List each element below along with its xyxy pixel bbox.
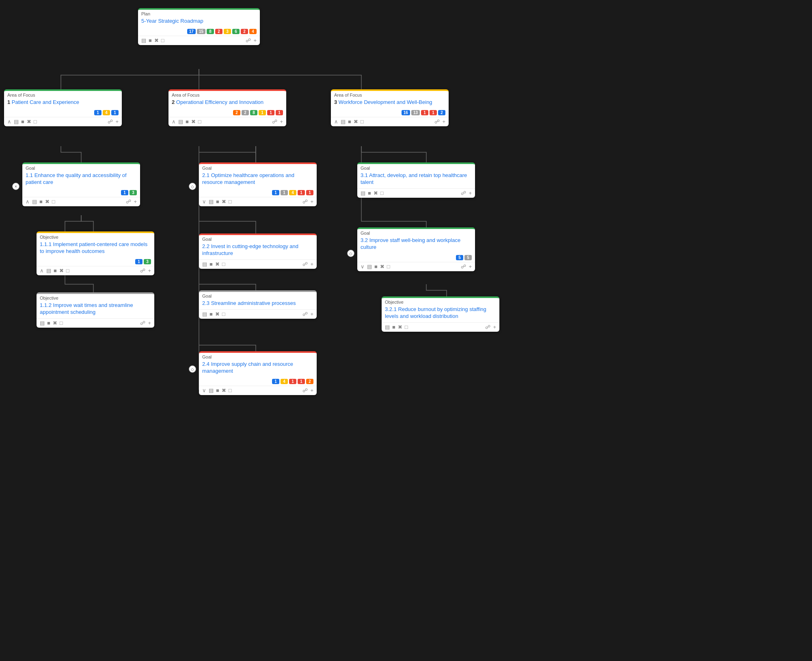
chat-icon[interactable]: □ <box>34 119 37 125</box>
collapse-icon[interactable]: ∧ <box>172 119 176 125</box>
chart-icon[interactable]: ▤ <box>141 37 146 43</box>
people-icon[interactable]: ✖ <box>59 268 64 274</box>
goal11-type-label: Goal <box>22 164 140 171</box>
chart-icon[interactable]: ▤ <box>178 119 183 125</box>
chat-icon[interactable]: □ <box>380 190 384 196</box>
chart-icon[interactable]: ▤ <box>46 268 51 274</box>
link-icon[interactable]: ☍ <box>302 261 308 267</box>
chart-icon[interactable]: ▤ <box>367 264 372 270</box>
collapse-icon[interactable]: ∨ <box>202 387 206 393</box>
calendar-icon[interactable]: ■ <box>54 268 57 274</box>
people-icon[interactable]: ✖ <box>222 387 226 393</box>
people-icon[interactable]: ✖ <box>215 261 220 267</box>
calendar-icon[interactable]: ■ <box>216 387 219 393</box>
collapse-icon[interactable]: ∧ <box>40 268 44 274</box>
chat-icon[interactable]: □ <box>66 268 69 274</box>
chat-icon[interactable]: □ <box>222 261 225 267</box>
chart-icon[interactable]: ▤ <box>40 320 45 326</box>
goal32-badges: 5 5 <box>357 253 475 262</box>
people-icon[interactable]: ✖ <box>215 311 220 317</box>
add-button[interactable]: + <box>442 119 445 125</box>
link-icon[interactable]: ☍ <box>302 387 308 393</box>
add-button[interactable]: + <box>134 199 137 205</box>
obj111-node: Objective 1.1.1 Implement patient-center… <box>37 231 154 275</box>
collapse-icon[interactable]: ∧ <box>334 119 338 125</box>
chart-icon[interactable]: ▤ <box>341 119 346 125</box>
add-button[interactable]: + <box>310 261 313 267</box>
chart-icon[interactable]: ▤ <box>385 324 390 330</box>
calendar-icon[interactable]: ■ <box>39 199 43 205</box>
link-icon[interactable]: ☍ <box>485 324 490 330</box>
link-icon[interactable]: ☍ <box>140 268 145 274</box>
people-icon[interactable]: ✖ <box>154 37 159 43</box>
collapse-goal21[interactable]: ◇ <box>189 183 196 190</box>
chat-icon[interactable]: □ <box>222 311 225 317</box>
link-icon[interactable]: ☍ <box>246 37 251 43</box>
chat-icon[interactable]: □ <box>229 387 232 393</box>
people-icon[interactable]: ✖ <box>27 119 31 125</box>
calendar-icon[interactable]: ■ <box>209 261 213 267</box>
collapse-goal11[interactable]: × <box>12 183 19 190</box>
people-icon[interactable]: ✖ <box>398 324 402 330</box>
people-icon[interactable]: ✖ <box>222 199 226 205</box>
people-icon[interactable]: ✖ <box>374 190 378 196</box>
add-button[interactable]: + <box>310 387 313 393</box>
link-icon[interactable]: ☍ <box>126 199 131 205</box>
link-icon[interactable]: ☍ <box>302 311 308 317</box>
chat-icon[interactable]: □ <box>52 199 55 205</box>
chart-icon[interactable]: ▤ <box>14 119 19 125</box>
chat-icon[interactable]: □ <box>60 320 63 326</box>
calendar-icon[interactable]: ■ <box>392 324 395 330</box>
people-icon[interactable]: ✖ <box>53 320 57 326</box>
collapse-area3[interactable]: ◇ <box>347 250 354 257</box>
chart-icon[interactable]: ▤ <box>202 311 207 317</box>
link-icon[interactable]: ☍ <box>461 190 466 196</box>
chart-icon[interactable]: ▤ <box>209 387 214 393</box>
link-icon[interactable]: ☍ <box>461 264 466 270</box>
add-button[interactable]: + <box>115 119 119 125</box>
calendar-icon[interactable]: ■ <box>216 199 219 205</box>
link-icon[interactable]: ☍ <box>434 119 440 125</box>
collapse-goal24[interactable]: ◇ <box>189 365 196 373</box>
collapse-icon[interactable]: ∨ <box>202 199 206 205</box>
goal31-title: 3.1 Attract, develop, and retain top hea… <box>357 171 475 188</box>
calendar-icon[interactable]: ■ <box>186 119 189 125</box>
chat-icon[interactable]: □ <box>405 324 408 330</box>
collapse-icon[interactable]: ∨ <box>361 264 365 270</box>
calendar-icon[interactable]: ■ <box>149 37 152 43</box>
calendar-icon[interactable]: ■ <box>21 119 24 125</box>
collapse-icon[interactable]: ∧ <box>7 119 11 125</box>
add-button[interactable]: + <box>493 324 496 330</box>
chat-icon[interactable]: □ <box>361 119 364 125</box>
add-button[interactable]: + <box>469 190 472 196</box>
calendar-icon[interactable]: ■ <box>374 264 378 270</box>
link-icon[interactable]: ☍ <box>108 119 113 125</box>
chart-icon[interactable]: ▤ <box>202 261 207 267</box>
add-button[interactable]: + <box>148 320 151 326</box>
link-icon[interactable]: ☍ <box>140 320 145 326</box>
chat-icon[interactable]: □ <box>229 199 232 205</box>
calendar-icon[interactable]: ■ <box>368 190 371 196</box>
link-icon[interactable]: ☍ <box>272 119 277 125</box>
add-button[interactable]: + <box>280 119 283 125</box>
add-button[interactable]: + <box>469 264 472 270</box>
add-button[interactable]: + <box>310 199 313 205</box>
collapse-icon[interactable]: ∧ <box>26 199 30 205</box>
calendar-icon[interactable]: ■ <box>209 311 213 317</box>
chart-icon[interactable]: ▤ <box>361 190 365 196</box>
add-button[interactable]: + <box>148 268 151 274</box>
chart-icon[interactable]: ▤ <box>32 199 37 205</box>
chart-icon[interactable]: ▤ <box>209 199 214 205</box>
calendar-icon[interactable]: ■ <box>47 320 50 326</box>
add-button[interactable]: + <box>310 311 313 317</box>
people-icon[interactable]: ✖ <box>45 199 50 205</box>
chat-icon[interactable]: □ <box>161 37 164 43</box>
people-icon[interactable]: ✖ <box>380 264 384 270</box>
add-button[interactable]: + <box>253 37 257 43</box>
link-icon[interactable]: ☍ <box>302 199 308 205</box>
chat-icon[interactable]: □ <box>387 264 390 270</box>
calendar-icon[interactable]: ■ <box>348 119 351 125</box>
people-icon[interactable]: ✖ <box>191 119 196 125</box>
chat-icon[interactable]: □ <box>198 119 201 125</box>
people-icon[interactable]: ✖ <box>354 119 358 125</box>
